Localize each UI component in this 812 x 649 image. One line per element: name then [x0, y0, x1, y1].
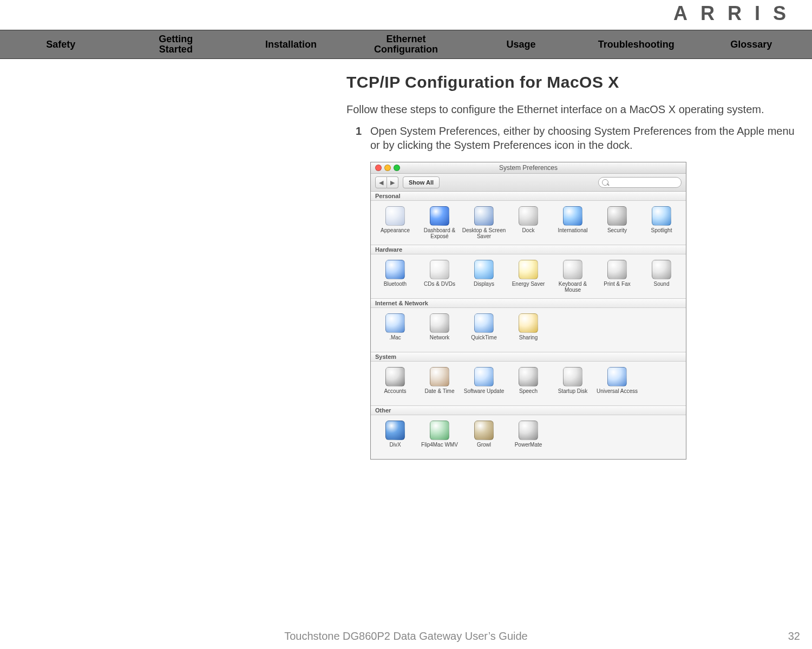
nav-glossary[interactable]: Glossary [693, 40, 809, 50]
pref-item[interactable]: Speech [506, 365, 551, 400]
pref-item[interactable]: Dock [506, 204, 551, 239]
pref-icon [519, 421, 538, 440]
pref-icon [385, 421, 405, 440]
pref-item[interactable]: DivX [373, 418, 417, 454]
sp-window-title: System Preferences [371, 164, 686, 172]
search-icon [602, 179, 608, 186]
top-nav: Safety Getting Started Installation Ethe… [0, 30, 812, 59]
pref-item[interactable]: Desktop & Screen Saver [462, 204, 506, 239]
forward-button[interactable]: ▶ [387, 176, 398, 188]
pref-icon [385, 260, 405, 279]
pref-item[interactable]: Print & Fax [595, 258, 639, 293]
pref-label: Startup Disk [551, 388, 595, 400]
pref-icon [385, 367, 405, 386]
pref-label: Dock [506, 227, 551, 239]
pref-item[interactable]: International [551, 204, 595, 239]
pref-item[interactable]: Network [417, 311, 462, 346]
pref-label: Date & Time [417, 388, 462, 400]
pref-label: Flip4Mac WMV [417, 442, 462, 454]
pref-icon [385, 313, 405, 333]
pref-label: Growl [462, 442, 506, 454]
content-area: TCP/IP Configuration for MacOS X Follow … [346, 73, 807, 460]
pref-label: Universal Access [595, 388, 639, 400]
pref-label: Speech [506, 388, 551, 400]
sp-toolbar: ◀ ▶ Show All [371, 174, 686, 192]
sp-section-title: System [371, 352, 686, 362]
nav-troubleshooting[interactable]: Troubleshooting [579, 40, 694, 50]
show-all-button[interactable]: Show All [403, 176, 440, 188]
pref-icon [519, 260, 538, 279]
pref-item[interactable]: Accounts [373, 365, 417, 400]
pref-icon [430, 367, 449, 386]
sp-section-title: Hardware [371, 245, 686, 254]
brand-logo: ARRIS [673, 2, 799, 25]
pref-item[interactable]: Appearance [373, 204, 417, 239]
pref-icon [607, 260, 627, 279]
nav-usage[interactable]: Usage [463, 40, 579, 50]
pref-item[interactable]: Security [595, 204, 639, 239]
pref-item[interactable]: Spotlight [639, 204, 684, 239]
back-button[interactable]: ◀ [375, 176, 387, 188]
pref-icon [563, 206, 582, 226]
nav-label: Glossary [730, 39, 772, 50]
pref-item[interactable]: Startup Disk [551, 365, 595, 400]
sp-grid: DivXFlip4Mac WMVGrowlPowerMate [371, 415, 686, 459]
pref-item[interactable]: .Mac [373, 311, 417, 346]
nav-getting-started[interactable]: Getting Started [119, 34, 234, 55]
pref-item[interactable]: Bluetooth [373, 258, 417, 293]
pref-item[interactable]: PowerMate [506, 418, 551, 454]
pref-icon [474, 206, 494, 226]
nav-label: Installation [265, 39, 317, 50]
search-input[interactable] [598, 177, 682, 188]
pref-item[interactable]: Displays [462, 258, 506, 293]
pref-label: Appearance [373, 227, 417, 239]
sp-section-title: Other [371, 405, 686, 415]
pref-item[interactable]: Energy Saver [506, 258, 551, 293]
pref-label: Sound [639, 281, 684, 293]
intro-text: Follow these steps to configure the Ethe… [346, 102, 807, 116]
pref-icon [607, 206, 627, 226]
pref-label: Network [417, 335, 462, 346]
pref-icon [385, 206, 405, 226]
nav-installation[interactable]: Installation [233, 40, 349, 50]
pref-label: DivX [373, 442, 417, 454]
pref-icon [519, 313, 538, 333]
nav-label: Ethernet Configuration [374, 34, 438, 55]
pref-item[interactable]: Growl [462, 418, 506, 454]
pref-item[interactable]: Flip4Mac WMV [417, 418, 462, 454]
page-heading: TCP/IP Configuration for MacOS X [346, 73, 807, 91]
footer-title: Touchstone DG860P2 Data Gateway User’s G… [0, 630, 812, 643]
step-number: 1 [346, 124, 362, 152]
nav-safety[interactable]: Safety [3, 40, 119, 50]
pref-icon [430, 313, 449, 333]
step-1: 1 Open System Preferences, either by cho… [346, 124, 807, 152]
pref-item[interactable]: Dashboard & Exposé [417, 204, 462, 239]
pref-label: Security [595, 227, 639, 239]
pref-label: .Mac [373, 335, 417, 346]
pref-label: International [551, 227, 595, 239]
pref-label: Sharing [506, 335, 551, 346]
nav-ethernet-config[interactable]: Ethernet Configuration [349, 34, 464, 55]
show-all-label: Show All [409, 179, 434, 186]
sp-section-title: Personal [371, 192, 686, 201]
pref-item[interactable]: Sound [639, 258, 684, 293]
pref-label: Keyboard & Mouse [551, 281, 595, 293]
pref-item[interactable]: QuickTime [462, 311, 506, 346]
sp-grid: AppearanceDashboard & ExposéDesktop & Sc… [371, 201, 686, 245]
pref-icon [474, 367, 494, 386]
pref-icon [474, 313, 494, 333]
pref-icon [430, 260, 449, 279]
pref-icon [652, 260, 671, 279]
pref-label: Accounts [373, 388, 417, 400]
pref-label: Desktop & Screen Saver [462, 227, 506, 239]
system-preferences-window: System Preferences ◀ ▶ Show All Personal… [370, 162, 686, 460]
page-number: 32 [788, 630, 800, 643]
pref-item[interactable]: CDs & DVDs [417, 258, 462, 293]
pref-item[interactable]: Sharing [506, 311, 551, 346]
pref-item[interactable]: Date & Time [417, 365, 462, 400]
pref-label: Energy Saver [506, 281, 551, 293]
pref-item[interactable]: Keyboard & Mouse [551, 258, 595, 293]
pref-item[interactable]: Universal Access [595, 365, 639, 400]
pref-item[interactable]: Software Update [462, 365, 506, 400]
pref-icon [519, 206, 538, 226]
